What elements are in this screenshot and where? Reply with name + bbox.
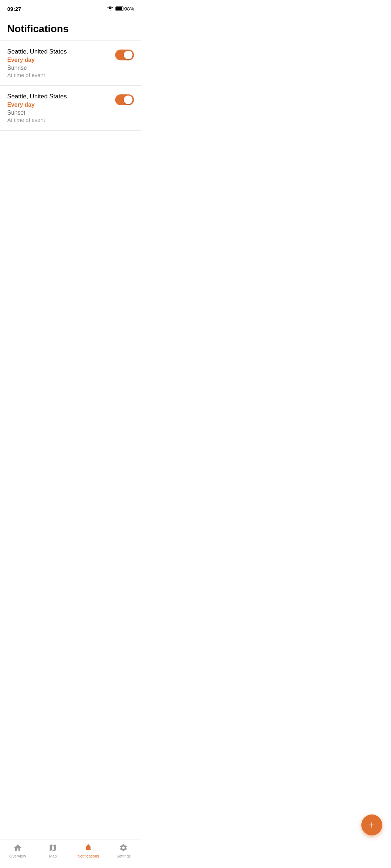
notification-timing-0: At time of event [7, 72, 115, 78]
status-time: 09:27 [7, 6, 21, 12]
notification-content-sunset: Seattle, United States Every day Sunset … [7, 93, 115, 123]
notification-timing-1: At time of event [7, 117, 115, 123]
nav-item-overview[interactable]: Overview [0, 843, 35, 858]
notification-item-sunset[interactable]: Seattle, United States Every day Sunset … [0, 86, 141, 131]
notification-location-0: Seattle, United States [7, 48, 115, 55]
status-bar: 09:27 98% [0, 0, 141, 16]
nav-label-settings: Settings [116, 854, 131, 858]
wifi-icon [107, 7, 113, 11]
nav-label-overview: Overview [9, 854, 26, 858]
settings-icon [119, 843, 128, 852]
status-icons: 98% [107, 6, 134, 12]
nav-item-map[interactable]: Map [35, 843, 71, 858]
notification-item-sunrise[interactable]: Seattle, United States Every day Sunrise… [0, 41, 141, 86]
bottom-nav: Overview Map Notifications Settings [0, 839, 141, 868]
nav-item-notifications[interactable]: Notifications [71, 843, 106, 858]
battery-percent: 98% [125, 6, 134, 12]
toggle-slider-sunset [115, 94, 134, 105]
toggle-sunrise[interactable] [115, 50, 134, 60]
notification-event-0: Sunrise [7, 65, 115, 71]
bell-icon [84, 843, 93, 852]
toggle-slider-sunrise [115, 50, 134, 60]
map-icon [48, 843, 58, 852]
nav-label-notifications: Notifications [77, 854, 99, 858]
home-icon [13, 843, 22, 852]
notification-event-1: Sunset [7, 110, 115, 116]
notification-content-sunrise: Seattle, United States Every day Sunrise… [7, 48, 115, 78]
notification-frequency-1: Every day [7, 102, 115, 108]
nav-item-settings[interactable]: Settings [106, 843, 142, 858]
nav-label-map: Map [49, 854, 57, 858]
battery-icon: 98% [115, 6, 134, 12]
page-title: Notifications [0, 16, 141, 41]
toggle-sunset[interactable] [115, 94, 134, 105]
notification-location-1: Seattle, United States [7, 93, 115, 100]
notification-frequency-0: Every day [7, 57, 115, 63]
